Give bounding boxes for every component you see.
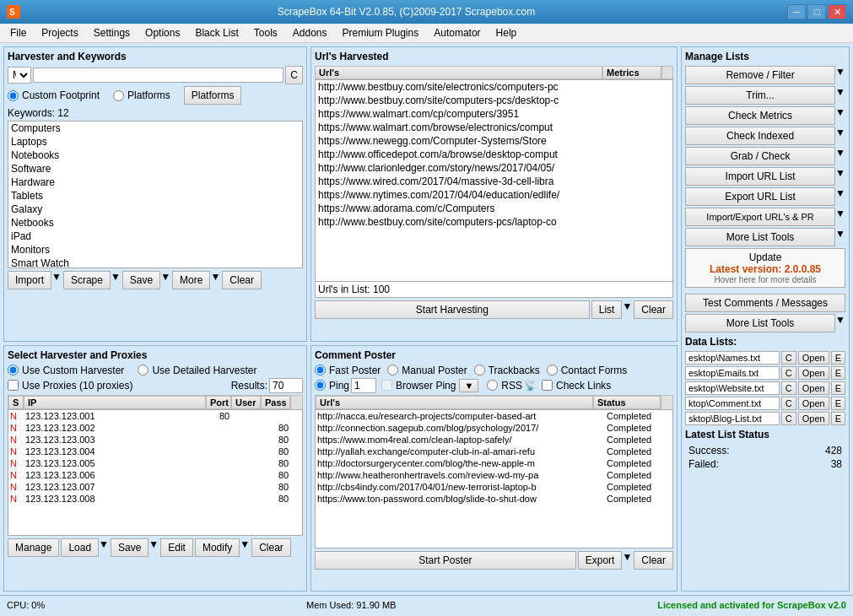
menu-help[interactable]: Help <box>489 25 524 41</box>
ping-radio[interactable] <box>315 380 326 391</box>
data-list-c-1[interactable]: C <box>781 366 796 380</box>
check-indexed-button[interactable]: Check Indexed <box>685 127 835 145</box>
data-list-c-4[interactable]: C <box>781 412 796 425</box>
more-dropdown-arrow[interactable]: ▼ <box>210 271 220 289</box>
data-list-open-4[interactable]: Open <box>798 412 829 425</box>
data-list-c-2[interactable]: C <box>781 381 796 395</box>
menu-options[interactable]: Options <box>138 25 186 41</box>
manage-proxy-button[interactable]: Manage <box>8 538 59 557</box>
modify-proxy-arrow[interactable]: ▼ <box>240 538 250 557</box>
save-proxy-button[interactable]: Save <box>111 538 148 557</box>
trackbacks-label[interactable]: Trackbacks <box>474 365 540 376</box>
menu-projects[interactable]: Projects <box>35 25 84 41</box>
platforms-radio-label[interactable]: Platforms <box>113 89 170 101</box>
browser-ping-dropdown[interactable]: ▼ <box>459 379 478 392</box>
clear-keyword-button[interactable]: C <box>285 66 303 84</box>
contact-forms-label[interactable]: Contact Forms <box>547 365 628 376</box>
custom-harvester-label[interactable]: Use Custom Harvester <box>8 365 124 376</box>
contact-forms-radio[interactable] <box>547 365 558 376</box>
browser-ping-checkbox[interactable] <box>381 380 392 391</box>
more-list-tools-arrow-top[interactable]: ▼ <box>835 228 845 246</box>
trackbacks-radio[interactable] <box>474 365 485 376</box>
menu-tools[interactable]: Tools <box>247 25 284 41</box>
platforms-radio[interactable] <box>113 90 124 101</box>
menu-blacklist[interactable]: Black List <box>188 25 245 41</box>
data-list-e-3[interactable]: E <box>831 397 845 410</box>
start-harvesting-button[interactable]: Start Harvesting <box>315 300 590 319</box>
data-list-e-2[interactable]: E <box>831 381 845 395</box>
manual-poster-label[interactable]: Manual Poster <box>387 365 467 376</box>
custom-footprint-label[interactable]: Custom Footprint <box>8 89 100 101</box>
manual-poster-radio[interactable] <box>387 365 398 376</box>
rss-label[interactable]: RSS <box>487 380 522 392</box>
menu-file[interactable]: File <box>3 25 33 41</box>
fast-poster-radio[interactable] <box>315 365 326 376</box>
remove-filter-button[interactable]: Remove / Filter <box>685 66 835 84</box>
comment-url-listbox[interactable]: http://nacca.eu/research-projects/comput… <box>315 409 673 548</box>
check-metrics-button[interactable]: Check Metrics <box>685 106 835 125</box>
maximize-button[interactable]: □ <box>807 4 826 19</box>
grab-check-arrow[interactable]: ▼ <box>835 147 845 165</box>
data-list-open-3[interactable]: Open <box>798 397 829 410</box>
remove-filter-arrow[interactable]: ▼ <box>835 66 845 84</box>
menu-addons[interactable]: Addons <box>286 25 334 41</box>
import-button[interactable]: Import <box>8 271 51 289</box>
detailed-harvester-label[interactable]: Use Detailed Harvester <box>138 365 256 376</box>
trim-arrow[interactable]: ▼ <box>835 86 845 105</box>
export-url-arrow[interactable]: ▼ <box>835 187 845 206</box>
more-button[interactable]: More <box>172 271 210 289</box>
save-proxy-arrow[interactable]: ▼ <box>148 538 159 557</box>
use-proxies-label[interactable]: Use Proxies (10 proxies) <box>8 380 132 392</box>
save-button[interactable]: Save <box>122 271 160 289</box>
data-list-open-0[interactable]: Open <box>798 351 829 365</box>
fast-poster-label[interactable]: Fast Poster <box>315 365 381 376</box>
clear-urls-button[interactable]: Clear <box>634 300 673 319</box>
import-dropdown-arrow[interactable]: ▼ <box>51 271 62 289</box>
load-proxy-button[interactable]: Load <box>61 538 99 557</box>
save-dropdown-arrow[interactable]: ▼ <box>160 271 170 289</box>
more-list-tools-arrow-bottom[interactable]: ▼ <box>835 314 845 332</box>
minimize-button[interactable]: ─ <box>787 4 806 19</box>
scrape-dropdown-arrow[interactable]: ▼ <box>111 271 121 289</box>
data-list-open-2[interactable]: Open <box>798 381 829 395</box>
menu-settings[interactable]: Settings <box>87 25 137 41</box>
detailed-harvester-radio[interactable] <box>138 365 148 376</box>
proxy-listbox[interactable]: N 123.123.123.001 80 N 123.123.123.002 8… <box>8 409 303 536</box>
results-input[interactable] <box>269 378 303 393</box>
browser-ping-label[interactable]: Browser Ping <box>381 380 456 392</box>
custom-harvester-radio[interactable] <box>8 365 19 376</box>
test-comments-button[interactable]: Test Comments / Messages <box>685 294 845 312</box>
edit-proxy-button[interactable]: Edit <box>160 538 193 557</box>
data-list-open-1[interactable]: Open <box>798 366 829 380</box>
modify-proxy-button[interactable]: Modify <box>195 538 240 557</box>
menu-premium[interactable]: Premium Plugins <box>336 25 426 41</box>
grab-check-button[interactable]: Grab / Check <box>685 147 835 165</box>
export-url-button[interactable]: Export URL List <box>685 187 835 206</box>
data-list-c-3[interactable]: C <box>781 397 796 410</box>
check-indexed-arrow[interactable]: ▼ <box>835 127 845 145</box>
use-proxies-checkbox[interactable] <box>8 380 19 391</box>
clear-proxy-button[interactable]: Clear <box>251 538 291 557</box>
clear-comment-button[interactable]: Clear <box>634 551 673 570</box>
import-url-arrow[interactable]: ▼ <box>835 167 845 186</box>
check-links-checkbox[interactable] <box>542 380 553 391</box>
close-button[interactable]: ✕ <box>828 4 846 19</box>
start-poster-button[interactable]: Start Poster <box>315 551 576 570</box>
data-list-e-0[interactable]: E <box>831 351 845 365</box>
ping-label[interactable]: Ping <box>315 380 349 392</box>
data-list-e-4[interactable]: E <box>831 412 845 425</box>
check-links-label[interactable]: Check Links <box>542 380 611 392</box>
load-proxy-arrow[interactable]: ▼ <box>99 538 109 557</box>
data-list-e-1[interactable]: E <box>831 366 845 380</box>
export-comment-arrow[interactable]: ▼ <box>622 551 632 570</box>
import-url-button[interactable]: Import URL List <box>685 167 835 186</box>
more-list-tools-button-bottom[interactable]: More List Tools <box>685 314 835 332</box>
data-list-c-0[interactable]: C <box>781 351 796 365</box>
clear-harvester-button[interactable]: Clear <box>222 271 262 289</box>
import-export-pr-button[interactable]: Import/Export URL's & PR <box>685 208 835 226</box>
scrape-button[interactable]: Scrape <box>63 271 111 289</box>
platforms-button[interactable]: Platforms <box>184 86 242 105</box>
custom-footprint-radio[interactable] <box>8 90 19 101</box>
check-metrics-arrow[interactable]: ▼ <box>835 106 845 125</box>
update-box[interactable]: Update Latest version: 2.0.0.85 Hover he… <box>685 248 845 288</box>
